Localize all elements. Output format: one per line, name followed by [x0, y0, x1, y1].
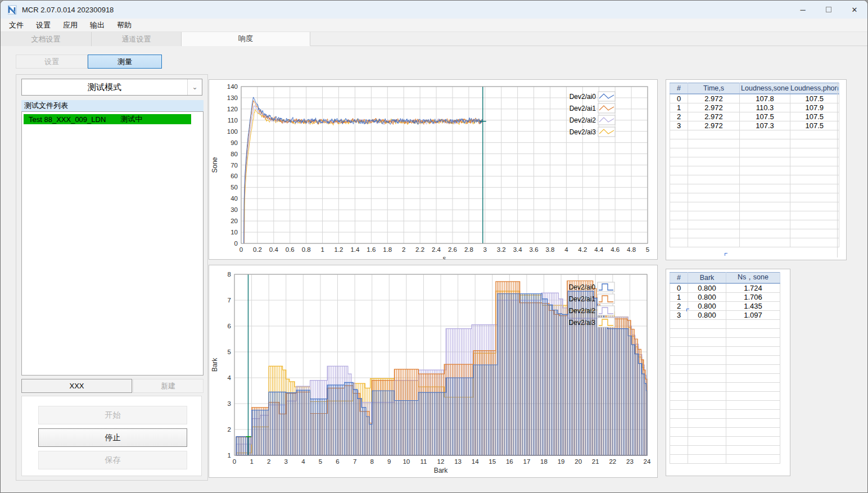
x-tick-label: 2.6	[448, 246, 457, 253]
y-tick-label: 5	[228, 349, 231, 355]
xxx-button[interactable]: XXX	[21, 379, 132, 393]
table-row[interactable]	[670, 445, 780, 454]
table-cell: 110.3	[740, 103, 790, 112]
table-row[interactable]	[670, 220, 839, 229]
table-cell	[688, 355, 726, 364]
menu-item-0[interactable]: 文件	[3, 19, 30, 31]
table-cell	[790, 211, 839, 220]
table-row[interactable]	[670, 184, 839, 193]
settings-subtab-button[interactable]: 设置	[16, 55, 88, 69]
table-row[interactable]	[670, 337, 780, 346]
maximize-button[interactable]	[816, 1, 842, 19]
minimize-button[interactable]: ─	[790, 1, 816, 19]
test-mode-select[interactable]: 测试模式 ⌄	[21, 79, 202, 96]
table-row[interactable]	[670, 400, 780, 409]
tab-2[interactable]: 响度	[182, 32, 310, 46]
table-row[interactable]	[670, 211, 839, 220]
table-row[interactable]	[670, 148, 839, 157]
table-cell	[670, 148, 688, 157]
table-row[interactable]	[670, 436, 780, 445]
table-cell	[726, 445, 780, 454]
table-row[interactable]	[670, 364, 780, 373]
table-cell	[670, 211, 688, 220]
table-row[interactable]	[670, 238, 839, 247]
stop-button[interactable]: 停止	[38, 428, 187, 447]
table-cell	[688, 319, 726, 328]
table-row[interactable]	[670, 130, 839, 139]
test-file-item[interactable]: Test 88_XXX_009_LDN 测试中	[24, 114, 191, 124]
menu-item-2[interactable]: 应用	[57, 19, 84, 31]
table-row[interactable]	[670, 193, 839, 202]
table-row[interactable]: 10.8001.706	[670, 292, 780, 301]
table-cell	[688, 166, 740, 175]
test-file-listbox[interactable]: Test 88_XXX_009_LDN 测试中	[21, 111, 204, 376]
table-row[interactable]	[670, 166, 839, 175]
table-row[interactable]	[670, 346, 780, 355]
new-button[interactable]: 新建	[133, 379, 204, 393]
table-row[interactable]	[670, 319, 780, 328]
table-row[interactable]	[670, 328, 780, 337]
y-tick-label: 2	[228, 426, 231, 433]
x-tick-label: 7	[353, 458, 356, 465]
table-row[interactable]	[670, 202, 839, 211]
table-cell: 2	[670, 301, 688, 310]
table-row[interactable]	[670, 382, 780, 391]
menu-bar: 文件设置应用输出帮助	[1, 19, 867, 32]
table-cell	[688, 418, 726, 427]
table-row[interactable]	[670, 355, 780, 364]
x-tick-label: 19	[558, 458, 565, 465]
table-cell	[740, 238, 790, 247]
tab-0[interactable]: 文档设置	[1, 32, 92, 46]
table-cell	[790, 175, 839, 184]
menu-item-1[interactable]: 设置	[30, 19, 57, 31]
table-row[interactable]	[670, 391, 780, 400]
x-axis-label: Bark	[434, 467, 449, 474]
table-row[interactable]	[670, 418, 780, 427]
y-tick-label: 70	[230, 162, 238, 169]
save-button[interactable]: 保存	[38, 451, 187, 469]
table-cell	[688, 130, 740, 139]
x-tick-label: 3	[483, 246, 487, 253]
table-cell	[726, 328, 780, 337]
loudness-time-chart[interactable]: 00.20.40.60.811.21.41.61.822.22.42.62.83…	[209, 80, 657, 259]
table-row[interactable]	[670, 139, 839, 148]
x-tick-label: 2.4	[432, 246, 441, 253]
specific-loudness-chart[interactable]: 0123456789101112131415161718192021222324…	[209, 265, 657, 477]
start-button[interactable]: 开始	[38, 406, 187, 424]
table-row[interactable]	[670, 427, 780, 436]
close-button[interactable]: ✕	[842, 1, 867, 19]
table-row[interactable]	[670, 454, 780, 463]
window-controls: ─ ✕	[790, 1, 867, 19]
table-cell	[670, 409, 688, 418]
table-cell	[740, 157, 790, 166]
table-row[interactable]	[670, 229, 839, 238]
tab-1[interactable]: 通道设置	[92, 32, 182, 46]
menu-item-4[interactable]: 帮助	[111, 19, 138, 31]
x-tick-label: 4.4	[594, 246, 604, 253]
legend-label: Dev2/ai0	[569, 93, 596, 101]
table-row[interactable]	[670, 175, 839, 184]
table-row[interactable]	[670, 409, 780, 418]
table-row[interactable]: 12.972110.3107.9	[670, 103, 839, 112]
x-tick-label: 13	[454, 458, 462, 465]
measure-subtab-button[interactable]: 测量	[88, 55, 162, 69]
table-cell	[670, 220, 688, 229]
column-header: #	[670, 83, 688, 94]
menu-item-3[interactable]: 输出	[84, 19, 111, 31]
table-row[interactable]: 32.972107.3107.5	[670, 121, 839, 130]
x-tick-label: 23	[626, 458, 634, 465]
test-file-name: Test 88_XXX_009_LDN	[29, 115, 106, 124]
table-scroll-track[interactable]	[837, 82, 838, 257]
table-cell	[688, 157, 740, 166]
legend-label: Dev2/ai1	[569, 295, 596, 303]
table-cell	[670, 418, 688, 427]
table-row[interactable]: 30.8001.097	[670, 310, 780, 319]
table-row[interactable]: 02.972107.8107.5	[670, 94, 839, 103]
table-cell	[670, 229, 688, 238]
table-row[interactable]: 22.972107.5107.5	[670, 112, 839, 121]
column-header: #	[670, 273, 688, 283]
table-cell	[726, 364, 780, 373]
table-row[interactable]: 00.8001.724	[670, 283, 780, 293]
table-row[interactable]	[670, 373, 780, 382]
table-row[interactable]	[670, 157, 839, 166]
